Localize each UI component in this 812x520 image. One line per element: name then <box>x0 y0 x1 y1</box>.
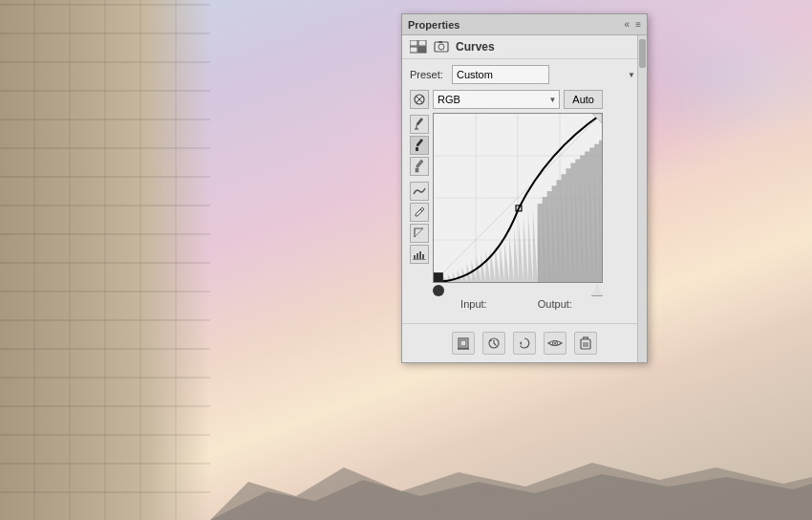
svg-marker-35 <box>520 341 522 345</box>
output-section: Output: <box>538 298 575 310</box>
curve-area: RGB Red Green Blue ▼ Auto <box>433 90 639 310</box>
curves-label: Curves <box>456 40 495 54</box>
curve-canvas[interactable] <box>433 113 603 283</box>
corner-tool[interactable] <box>410 224 429 243</box>
tools-column <box>410 90 429 310</box>
sample-in-image-tool[interactable] <box>410 115 429 134</box>
smooth-curve-tool[interactable] <box>410 182 429 201</box>
svg-rect-13 <box>416 168 418 172</box>
channel-row: RGB Red Green Blue ▼ Auto <box>433 90 603 109</box>
point-on-curve-tool[interactable] <box>410 90 429 109</box>
svg-rect-12 <box>416 147 418 151</box>
preset-select-wrapper: Custom Default Strong Contrast Increase … <box>452 65 639 84</box>
titlebar-icons: « ≡ <box>625 19 641 30</box>
panel-footer <box>402 323 647 362</box>
input-section: Input: <box>460 298 490 310</box>
panel-titlebar: Properties « ≡ <box>402 14 647 35</box>
svg-rect-16 <box>417 253 418 259</box>
svg-point-37 <box>554 342 556 344</box>
panel-scrollbar[interactable] <box>637 35 647 362</box>
svg-rect-2 <box>410 47 417 53</box>
svg-rect-15 <box>414 255 416 259</box>
svg-rect-0 <box>410 40 417 46</box>
show-histogram-tool[interactable] <box>410 245 429 264</box>
channel-select[interactable]: RGB Red Green Blue <box>433 90 560 109</box>
svg-rect-1 <box>418 40 426 46</box>
collapse-icon[interactable]: « <box>625 19 630 30</box>
scrollbar-thumb[interactable] <box>639 39 646 68</box>
curves-header: Curves <box>402 35 647 59</box>
input-label: Input: <box>460 298 487 310</box>
previous-state-button[interactable] <box>482 332 505 355</box>
output-label: Output: <box>538 298 572 310</box>
svg-rect-29 <box>434 272 443 282</box>
svg-rect-3 <box>418 47 426 53</box>
panel-content: Preset: Custom Default Strong Contrast I… <box>402 59 647 315</box>
panel-title: Properties <box>408 19 459 31</box>
tools-curve-row: RGB Red Green Blue ▼ Auto <box>410 90 639 310</box>
svg-line-14 <box>420 209 422 211</box>
delete-button[interactable] <box>574 332 597 355</box>
properties-panel: Properties « ≡ Curves <box>401 13 648 363</box>
svg-rect-6 <box>438 41 442 43</box>
auto-button[interactable]: Auto <box>564 90 603 109</box>
channel-select-wrapper: RGB Red Green Blue ▼ <box>433 90 560 109</box>
reset-button[interactable] <box>513 332 536 355</box>
black-point-eyedropper[interactable] <box>410 136 429 155</box>
svg-rect-32 <box>460 340 466 346</box>
preset-label: Preset: <box>410 69 446 80</box>
clip-to-layer-button[interactable] <box>452 332 475 355</box>
pencil-draw-tool[interactable] <box>410 203 429 222</box>
adjustment-layer-icon <box>410 40 427 54</box>
white-point-slider[interactable] <box>591 285 603 296</box>
mountains <box>0 424 812 520</box>
input-output-row: Input: Output: <box>433 298 603 310</box>
white-point-eyedropper[interactable] <box>410 157 429 176</box>
visibility-button[interactable] <box>544 332 566 355</box>
preset-row: Preset: Custom Default Strong Contrast I… <box>410 65 639 84</box>
sliders-row <box>433 285 603 296</box>
preset-select[interactable]: Custom Default Strong Contrast Increase … <box>452 65 549 84</box>
preset-select-arrow: ▼ <box>628 71 635 79</box>
menu-icon[interactable]: ≡ <box>635 19 641 30</box>
black-point-slider[interactable] <box>433 285 444 296</box>
svg-rect-17 <box>419 251 421 259</box>
svg-point-5 <box>438 44 444 50</box>
svg-rect-18 <box>422 254 424 259</box>
curves-icon <box>433 40 450 54</box>
histogram-svg <box>434 114 602 282</box>
